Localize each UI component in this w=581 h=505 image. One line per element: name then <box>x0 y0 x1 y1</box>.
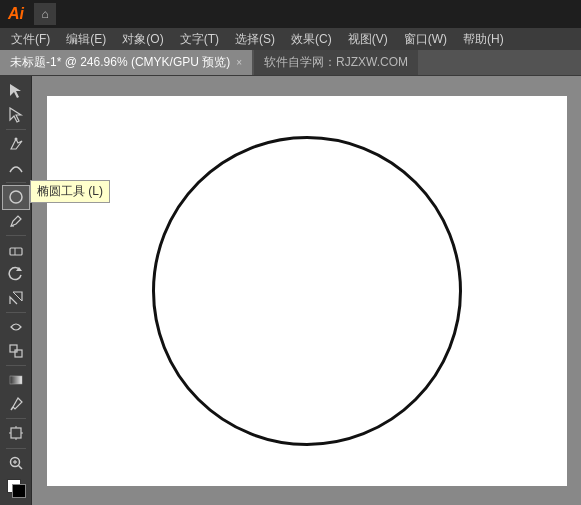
svg-rect-11 <box>10 376 22 384</box>
eraser-tool[interactable] <box>3 239 29 262</box>
rotate-tool[interactable] <box>3 263 29 286</box>
fill-stroke-icon[interactable] <box>3 475 29 501</box>
tab-close-button[interactable]: × <box>236 58 242 68</box>
menu-item-窗口(W)[interactable]: 窗口(W) <box>397 29 454 50</box>
svg-rect-5 <box>10 248 22 255</box>
eyedropper-tool[interactable] <box>3 393 29 416</box>
svg-line-8 <box>13 292 22 301</box>
scale-tool[interactable] <box>3 286 29 309</box>
toolbar-separator-3 <box>6 235 26 236</box>
svg-line-12 <box>11 407 13 410</box>
warp-tool[interactable] <box>3 316 29 339</box>
home-button[interactable]: ⌂ <box>34 3 56 25</box>
menu-item-视图(V)[interactable]: 视图(V) <box>341 29 395 50</box>
svg-rect-9 <box>10 345 17 352</box>
svg-point-2 <box>14 138 17 141</box>
toolbar-separator-4 <box>6 312 26 313</box>
gradient-tool[interactable] <box>3 369 29 392</box>
svg-marker-1 <box>10 108 21 122</box>
direct-select-tool[interactable] <box>3 104 29 127</box>
ai-logo: Ai <box>8 5 24 23</box>
pen-tool[interactable] <box>3 133 29 156</box>
toolbar-separator-5 <box>6 365 26 366</box>
canvas <box>47 96 567 486</box>
active-tab-label: 未标题-1* @ 246.96% (CMYK/GPU 预览) <box>10 54 230 71</box>
canvas-area <box>32 76 581 505</box>
svg-rect-10 <box>15 350 22 357</box>
svg-marker-0 <box>10 84 21 98</box>
svg-line-19 <box>18 465 22 469</box>
pencil-tool[interactable] <box>3 210 29 233</box>
circle-shape <box>152 136 462 446</box>
menu-bar: 文件(F)编辑(E)对象(O)文字(T)选择(S)效果(C)视图(V)窗口(W)… <box>0 28 581 50</box>
toolbar-separator-1 <box>6 129 26 130</box>
toolbar-separator-7 <box>6 448 26 449</box>
secondary-tab-label: 软件自学网：RJZXW.COM <box>264 54 408 71</box>
shape-builder-tool[interactable] <box>3 339 29 362</box>
svg-point-3 <box>10 191 22 203</box>
menu-item-选择(S)[interactable]: 选择(S) <box>228 29 282 50</box>
secondary-tab[interactable]: 软件自学网：RJZXW.COM <box>254 50 418 75</box>
toolbar: 椭圆工具 (L) <box>0 76 32 505</box>
toolbar-separator-6 <box>6 418 26 419</box>
menu-item-文字(T)[interactable]: 文字(T) <box>173 29 226 50</box>
ellipse-tool[interactable] <box>3 186 29 209</box>
title-bar: Ai ⌂ <box>0 0 581 28</box>
select-tool[interactable] <box>3 80 29 103</box>
zoom-tool[interactable] <box>3 451 29 474</box>
menu-item-对象(O)[interactable]: 对象(O) <box>115 29 170 50</box>
menu-item-文件(F)[interactable]: 文件(F) <box>4 29 57 50</box>
curvature-tool[interactable] <box>3 157 29 180</box>
stroke-color[interactable] <box>12 484 26 498</box>
menu-item-效果(C)[interactable]: 效果(C) <box>284 29 339 50</box>
color-controls <box>3 475 29 501</box>
main-area: 椭圆工具 (L) <box>0 76 581 505</box>
svg-rect-13 <box>11 428 21 438</box>
artboard-tool[interactable] <box>3 422 29 445</box>
tab-bar: 未标题-1* @ 246.96% (CMYK/GPU 预览) × 软件自学网：R… <box>0 50 581 76</box>
toolbar-separator-2 <box>6 182 26 183</box>
menu-item-帮助(H)[interactable]: 帮助(H) <box>456 29 511 50</box>
active-tab[interactable]: 未标题-1* @ 246.96% (CMYK/GPU 预览) × <box>0 50 252 75</box>
menu-item-编辑(E)[interactable]: 编辑(E) <box>59 29 113 50</box>
